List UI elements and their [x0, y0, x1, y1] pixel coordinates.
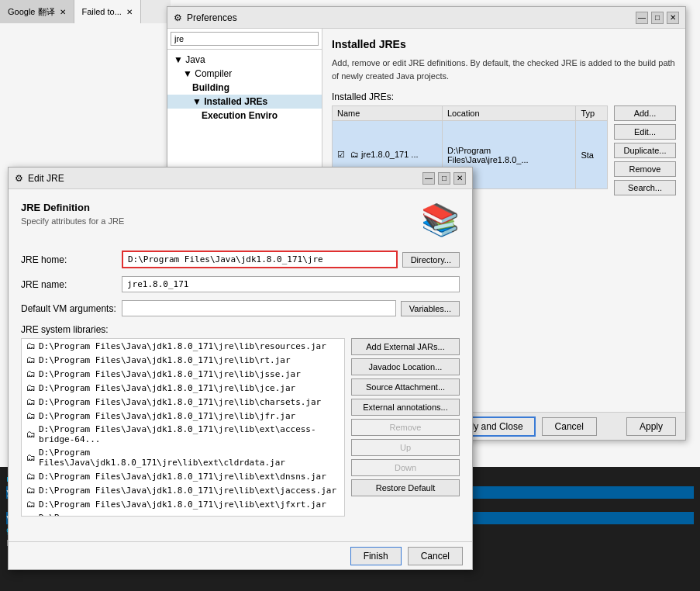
col-header-type: Typ — [576, 106, 608, 121]
libs-action-buttons: Add External JARs... Javadoc Location...… — [351, 338, 460, 517]
list-item[interactable]: 🗂D:\Program Files\Java\jdk1.8.0_171\jre\… — [22, 395, 344, 409]
jre-name-label: JRE name: — [21, 279, 122, 290]
preferences-maximize-btn[interactable]: □ — [651, 12, 664, 24]
tree-label-building: Building — [192, 82, 229, 93]
preferences-apply-button[interactable]: Apply — [626, 417, 676, 436]
jres-table-label: Installed JREs: — [332, 92, 676, 102]
list-item[interactable]: 🗂D:\Program Files\Java\jdk1.8.0_171\jre\… — [22, 367, 344, 381]
edit-jre-close-btn[interactable]: ✕ — [453, 172, 466, 185]
libs-container: 🗂D:\Program Files\Java\jdk1.8.0_171\jre\… — [21, 338, 460, 517]
tree-item-building[interactable]: Building — [167, 81, 322, 95]
javadoc-location-button[interactable]: Javadoc Location... — [351, 358, 460, 375]
edit-jre-window: ⚙ Edit JRE — □ ✕ JRE Definition Specify … — [8, 167, 473, 570]
preferences-title: Preferences — [187, 12, 237, 23]
edit-jre-titlebar: ⚙ Edit JRE — □ ✕ — [9, 168, 472, 189]
preferences-title-area: ⚙ Preferences — [174, 12, 237, 23]
search-jre-button[interactable]: Search... — [614, 180, 676, 195]
list-item[interactable]: 🗂D:\Program Files\Java\jdk1.8.0_171\jre\… — [22, 339, 344, 353]
libs-list[interactable]: 🗂D:\Program Files\Java\jdk1.8.0_171\jre\… — [21, 338, 345, 517]
tree-label-installed-jres: ▼ Installed JREs — [192, 96, 267, 107]
jre-checkbox[interactable]: ☑ — [337, 150, 345, 159]
ide-tab-bar: Google 翻译 ✕ Failed to... ✕ — [0, 0, 171, 23]
list-item[interactable]: 🗂D:\Program Files\Java\jdk1.8.0_171\jre\… — [22, 469, 344, 483]
preferences-minimize-btn[interactable]: — — [636, 12, 648, 24]
list-item[interactable]: 🗂D:\Program Files\Java\jdk1.8.0_171\jre\… — [22, 423, 344, 446]
jres-action-buttons: Add... Edit... Duplicate... Remove Searc… — [614, 105, 676, 195]
preferences-cancel-button[interactable]: Cancel — [542, 417, 597, 436]
preferences-search-input[interactable] — [171, 32, 319, 46]
edit-jre-minimize-btn[interactable]: — — [422, 172, 435, 185]
jre-home-directory-button[interactable]: Directory... — [402, 252, 460, 268]
remove-jre-button[interactable]: Remove — [614, 161, 676, 177]
col-header-location: Location — [443, 106, 576, 121]
edit-jre-icon: ⚙ — [15, 173, 23, 184]
installed-jres-title: Installed JREs — [332, 38, 676, 50]
edit-jre-header: JRE Definition Specify attributes for a … — [21, 202, 460, 238]
libs-up-button[interactable]: Up — [351, 439, 460, 456]
preferences-window-controls: — □ ✕ — [636, 12, 679, 24]
libs-label: JRE system libraries: — [21, 324, 460, 335]
tab-label-google: Google 翻译 — [8, 6, 55, 18]
installed-jres-desc: Add, remove or edit JRE definitions. By … — [332, 57, 676, 82]
preferences-close-btn[interactable]: ✕ — [667, 12, 679, 24]
list-item[interactable]: 🗂D:\Program Files\Java\jdk1.8.0_171\jre\… — [22, 353, 344, 367]
external-annotations-button[interactable]: External annotations... — [351, 399, 460, 416]
jre-home-input[interactable] — [122, 251, 398, 268]
jre-name-row: JRE name: — [21, 276, 460, 292]
edit-jre-footer: Finish Cancel — [9, 541, 472, 569]
list-item[interactable]: 🗂D:\Program Files\Java\jdk1.8.0_171\jre\… — [22, 381, 344, 395]
list-item[interactable]: 🗂D:\Program Files\Java\jdk1.8.0_171\jre\… — [22, 446, 344, 469]
default-vm-input[interactable] — [122, 300, 396, 316]
edit-jre-finish-button[interactable]: Finish — [350, 547, 402, 565]
libs-down-button[interactable]: Down — [351, 459, 460, 476]
edit-jre-window-controls: — □ ✕ — [422, 172, 466, 185]
jre-row-type: Sta — [576, 121, 608, 189]
tree-label-execution-enviro: Execution Enviro — [202, 110, 278, 121]
jre-book-icon: 📚 — [421, 202, 460, 238]
list-item[interactable]: 🗂D:\Program Files\Java\jdk1.8.0_171\jre\… — [22, 483, 344, 497]
default-vm-row: Default VM arguments: Variables... — [21, 300, 460, 316]
default-vm-label: Default VM arguments: — [21, 303, 122, 314]
edit-jre-title-area: ⚙ Edit JRE — [15, 173, 64, 184]
list-item[interactable]: 🗂D:\Program Files\Java\jdk1.8.0_171\jre\… — [22, 409, 344, 423]
ide-tab-google[interactable]: Google 翻译 ✕ — [0, 0, 74, 23]
col-header-name: Name — [333, 106, 443, 121]
tree-label-java: ▼ Java — [174, 54, 205, 65]
restore-default-button[interactable]: Restore Default — [351, 479, 460, 496]
duplicate-jre-button[interactable]: Duplicate... — [614, 143, 676, 158]
edit-jre-title-text: Edit JRE — [28, 173, 64, 184]
tab-label-failed: Failed to... — [82, 7, 122, 16]
preferences-search-area — [167, 29, 322, 50]
jre-home-row: JRE home: Directory... — [21, 251, 460, 268]
jre-name-input[interactable] — [122, 276, 460, 292]
edit-jre-button[interactable]: Edit... — [614, 124, 676, 140]
tab-close-google[interactable]: ✕ — [60, 8, 66, 16]
add-external-jars-button[interactable]: Add External JARs... — [351, 338, 460, 355]
jre-home-label: JRE home: — [21, 254, 122, 265]
edit-jre-subheading: Specify attributes for a JRE — [21, 216, 124, 226]
tree-item-java[interactable]: ▼ Java — [167, 53, 322, 67]
edit-jre-body: JRE Definition Specify attributes for a … — [9, 189, 472, 541]
preferences-icon: ⚙ — [174, 12, 182, 23]
tree-item-installed-jres[interactable]: ▼ Installed JREs — [167, 95, 322, 109]
add-jre-button[interactable]: Add... — [614, 105, 676, 121]
variables-button[interactable]: Variables... — [401, 301, 460, 316]
preferences-titlebar: ⚙ Preferences — □ ✕ — [167, 7, 685, 29]
tree-item-execution-enviro[interactable]: Execution Enviro — [167, 109, 322, 123]
edit-jre-maximize-btn[interactable]: □ — [438, 172, 450, 185]
source-attachment-button[interactable]: Source Attachment... — [351, 378, 460, 396]
tree-item-compiler[interactable]: ▼ Compiler — [167, 67, 322, 81]
edit-jre-heading-area: JRE Definition Specify attributes for a … — [21, 202, 124, 226]
list-item[interactable]: 🗂D:\Program Files\Java\jdk1.8.0_171\jre\… — [22, 511, 344, 517]
edit-jre-cancel-button[interactable]: Cancel — [408, 547, 463, 565]
edit-jre-heading: JRE Definition — [21, 202, 124, 213]
list-item[interactable]: 🗂D:\Program Files\Java\jdk1.8.0_171\jre\… — [22, 497, 344, 511]
libs-remove-button[interactable]: Remove — [351, 419, 460, 436]
ide-tab-failed[interactable]: Failed to... ✕ — [74, 0, 141, 23]
tab-close-failed[interactable]: ✕ — [126, 8, 133, 16]
tree-label-compiler: ▼ Compiler — [183, 68, 232, 79]
